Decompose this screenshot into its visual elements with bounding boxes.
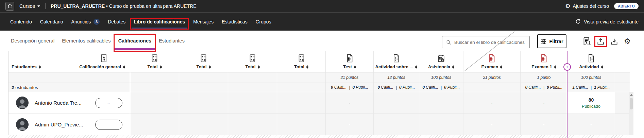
settings-icon: ⚙ <box>624 38 631 45</box>
avatar <box>16 118 29 131</box>
points-cell: 12 puntos <box>374 72 419 83</box>
column-header-calificacion-general[interactable]: Calificación general <box>79 54 125 69</box>
sort-icon <box>601 65 603 69</box>
overall-grade-column-label: Calificación general <box>79 64 125 69</box>
graded-count: 0 <box>423 85 425 90</box>
nav-item-libro-de-calificaciones[interactable]: Libro de calificaciones <box>134 13 185 31</box>
course-name: Curso de prueba en ultra para ARUETRE <box>109 3 197 9</box>
points-cell: 100 puntos <box>567 72 615 83</box>
column-header-filler <box>615 51 630 72</box>
course-settings-button[interactable]: ⚙ Ajustes del curso <box>565 3 609 9</box>
sort-icon <box>258 65 260 69</box>
scrollbar-thumb[interactable] <box>630 98 633 109</box>
grade-cell[interactable] <box>228 92 277 114</box>
nav-item-label: Anuncios <box>71 19 91 24</box>
column-header-examen-1-8[interactable]: Examen 1 <box>521 51 567 72</box>
grade-cell[interactable] <box>228 114 277 136</box>
column-header-actividad-sobre-5[interactable]: Actividad sobre ... <box>374 51 419 72</box>
course-title: PRU_ULTRA_ARUETRE • Curso de prueba en u… <box>51 3 197 9</box>
chevron-down-icon <box>37 5 40 7</box>
sort-icon <box>160 65 162 69</box>
nav-item-contenido[interactable]: Contenido <box>10 13 32 31</box>
student-cell-0[interactable]: Antonio Rueda Tre...-- <box>9 92 130 114</box>
nav-item-mensajes[interactable]: Mensajes <box>193 13 214 31</box>
grade-cell[interactable] <box>130 92 179 114</box>
nav-item-calendario[interactable]: Calendario <box>40 13 63 31</box>
column-label: Actividad sobre ... <box>375 64 418 69</box>
filter-label: Filtrar <box>549 39 563 44</box>
counts-cell: 0Califi...|0Publi... <box>326 83 374 92</box>
column-header-test-4[interactable]: Test <box>326 51 374 72</box>
nav-item-debates[interactable]: Debates <box>108 13 125 31</box>
grid-scrollbar[interactable] <box>629 92 633 135</box>
download-button[interactable] <box>610 37 618 46</box>
home-button[interactable] <box>5 2 14 11</box>
tab-label: Elementos calificables <box>62 38 111 44</box>
nav-item-label: Mensajes <box>193 19 214 24</box>
column-header-asistencia-6[interactable]: Asistencia <box>419 51 463 72</box>
column-header-total-1[interactable]: Total <box>179 51 228 72</box>
grade-cell[interactable] <box>277 114 326 136</box>
tab-descripcion-general[interactable]: Descripción general <box>11 31 54 51</box>
sort-icon <box>452 65 454 69</box>
column-header-total-3[interactable]: Total <box>277 51 326 72</box>
posted-count: 1 <box>594 85 596 90</box>
student-name: Antonio Rueda Tre... <box>35 100 82 106</box>
grade-cell[interactable] <box>419 92 463 114</box>
nav-item-anuncios[interactable]: Anuncios3 <box>71 13 100 31</box>
nav-item-grupos[interactable]: Grupos <box>256 13 271 31</box>
report-search-button[interactable] <box>583 37 591 46</box>
grade-cell[interactable] <box>179 114 228 136</box>
column-header-total-0[interactable]: Total <box>130 51 179 72</box>
grade-cell[interactable]: - <box>521 114 567 136</box>
gradebook-actions: ⚙ <box>583 35 631 48</box>
counts-cell <box>463 83 521 92</box>
assignment-icon <box>588 54 595 63</box>
grade-cell[interactable] <box>277 92 326 114</box>
search-input[interactable] <box>454 40 526 45</box>
sort-icon <box>500 65 502 69</box>
courses-menu[interactable]: Cursos <box>19 3 40 9</box>
graded-label: Califi... <box>426 85 438 90</box>
insert-column-button[interactable]: + <box>563 63 571 71</box>
counts-cell <box>277 83 326 92</box>
settings-button[interactable]: ⚙ <box>624 38 631 45</box>
student-preview-button[interactable]: Vista previa de estudiante <box>575 13 639 31</box>
upload-button[interactable] <box>597 37 605 46</box>
grade-cell[interactable] <box>374 114 419 136</box>
grade-cell[interactable]: - <box>463 114 521 136</box>
column-label: Examen <box>481 64 503 69</box>
column-header-estudiantes[interactable]: EstudiantesCalificación general <box>9 51 130 72</box>
column-header-actividad-9[interactable]: Actividad <box>567 51 615 72</box>
nav-item-estadisticas[interactable]: Estadísticas <box>222 13 247 31</box>
column-label: Examen 1 <box>531 64 556 69</box>
tab-estudiantes[interactable]: Estudiantes <box>159 31 185 51</box>
grade-cell[interactable]: - <box>463 92 521 114</box>
upload-icon <box>597 37 605 46</box>
grade-cell[interactable] <box>419 114 463 136</box>
grade-cell[interactable]: 80Publicado <box>567 92 615 114</box>
grade-cell[interactable]: - <box>567 114 615 136</box>
column-header-total-2[interactable]: Total <box>228 51 277 72</box>
tab-elementos-calificables[interactable]: Elementos calificables <box>62 31 111 51</box>
tab-label: Descripción general <box>11 38 54 44</box>
grade-cell[interactable]: - <box>521 92 567 114</box>
grade-cell[interactable] <box>179 92 228 114</box>
graded-count: 0 <box>378 85 380 90</box>
grade-cell[interactable]: - <box>326 114 374 136</box>
grade-cell[interactable]: - <box>326 92 374 114</box>
student-cell-1[interactable]: Admin UPO_Previe...-- <box>9 114 130 136</box>
overall-grade-pill[interactable]: -- <box>95 120 122 130</box>
scroll-up-arrow[interactable] <box>630 94 633 96</box>
filter-button[interactable]: Filtrar <box>537 34 566 48</box>
counts-separator: | <box>543 85 544 90</box>
graded-label: Califi... <box>528 85 541 90</box>
grade-cell[interactable] <box>374 92 419 114</box>
student-name: Admin UPO_Previe... <box>35 122 83 127</box>
overall-grade-pill[interactable]: -- <box>95 98 122 108</box>
column-label: Test <box>343 64 356 69</box>
column-header-examen-7[interactable]: Examen <box>463 51 521 72</box>
grade-cell[interactable] <box>130 114 179 136</box>
tab-calificaciones[interactable]: Calificaciones <box>118 31 152 51</box>
exam-icon <box>488 54 495 63</box>
